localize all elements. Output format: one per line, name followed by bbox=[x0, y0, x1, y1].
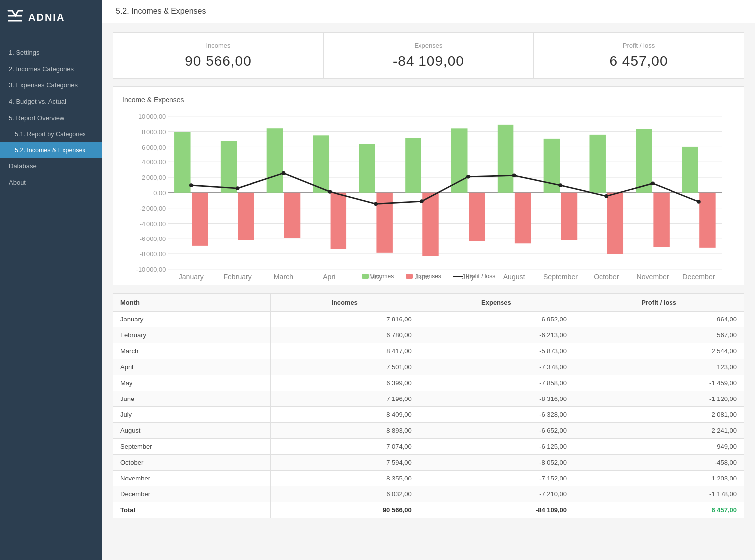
sidebar-navigation: 1. Settings2. Incomes Categories3. Expen… bbox=[0, 35, 102, 560]
cell-month: June bbox=[113, 391, 271, 407]
cell-month: February bbox=[113, 327, 271, 343]
table-row: July 8 409,00 -6 328,00 2 081,00 bbox=[113, 407, 744, 423]
cell-expense: -6 952,00 bbox=[419, 312, 574, 327]
table-row: May 6 399,00 -7 858,00 -1 459,00 bbox=[113, 375, 744, 391]
svg-point-53 bbox=[512, 173, 516, 177]
svg-point-57 bbox=[697, 200, 701, 204]
expenses-value: -84 109,00 bbox=[337, 53, 519, 69]
table-row: November 8 355,00 -7 152,00 1 203,00 bbox=[113, 471, 744, 486]
cell-month: March bbox=[113, 343, 271, 359]
cell-profit: 123,00 bbox=[574, 359, 744, 375]
cell-profit: -1 120,00 bbox=[574, 391, 744, 407]
cell-income: 8 409,00 bbox=[271, 407, 419, 423]
svg-text:July: July bbox=[462, 273, 475, 281]
table-row: April 7 501,00 -7 378,00 123,00 bbox=[113, 359, 744, 375]
cell-expense: -7 858,00 bbox=[419, 375, 574, 391]
sidebar-item-about[interactable]: About bbox=[0, 174, 102, 191]
logo-text: ADNIA bbox=[28, 12, 65, 23]
svg-text:January: January bbox=[179, 273, 204, 281]
svg-rect-42 bbox=[636, 129, 652, 193]
svg-point-54 bbox=[559, 183, 563, 187]
svg-rect-33 bbox=[422, 193, 438, 256]
cell-income: 7 074,00 bbox=[271, 439, 419, 455]
svg-point-47 bbox=[236, 186, 240, 190]
svg-rect-25 bbox=[238, 193, 254, 240]
cell-total-income: 90 566,00 bbox=[271, 502, 419, 518]
expenses-card: Expenses -84 109,00 bbox=[324, 33, 534, 78]
svg-text:0,00: 0,00 bbox=[153, 189, 166, 197]
col-expenses: Expenses bbox=[419, 294, 574, 312]
table-total-row: Total 90 566,00 -84 109,00 6 457,00 bbox=[113, 502, 744, 518]
svg-text:February: February bbox=[223, 273, 252, 281]
table-row: September 7 074,00 -6 125,00 949,00 bbox=[113, 439, 744, 455]
svg-text:-8 000,00: -8 000,00 bbox=[140, 250, 166, 258]
cell-month: September bbox=[113, 439, 271, 455]
svg-text:4 000,00: 4 000,00 bbox=[142, 159, 166, 166]
svg-rect-36 bbox=[498, 125, 513, 193]
cell-profit: -458,00 bbox=[574, 455, 744, 471]
svg-text:6 000,00: 6 000,00 bbox=[142, 144, 166, 151]
sidebar-item-incomes-categories[interactable]: 2. Incomes Categories bbox=[0, 61, 102, 77]
profit-label: Profit / loss bbox=[548, 42, 730, 49]
svg-rect-41 bbox=[607, 193, 623, 254]
sidebar-item-report-overview[interactable]: 5. Report Overview bbox=[0, 110, 102, 126]
sidebar-item-report-by-categories[interactable]: 5.1. Report by Categories bbox=[0, 126, 102, 142]
profit-card: Profit / loss 6 457,00 bbox=[534, 33, 744, 78]
cell-month: August bbox=[113, 423, 271, 439]
svg-text:October: October bbox=[594, 273, 619, 281]
svg-rect-45 bbox=[699, 193, 715, 248]
cell-income: 7 196,00 bbox=[271, 391, 419, 407]
incomes-value: 90 566,00 bbox=[127, 53, 309, 69]
table-row: August 8 893,00 -6 652,00 2 241,00 bbox=[113, 423, 744, 439]
svg-text:-6 000,00: -6 000,00 bbox=[140, 235, 166, 242]
table-row: June 7 196,00 -8 316,00 -1 120,00 bbox=[113, 391, 744, 407]
svg-text:May: May bbox=[369, 273, 383, 281]
cell-expense: -6 328,00 bbox=[419, 407, 574, 423]
svg-text:-2 000,00: -2 000,00 bbox=[140, 205, 166, 212]
svg-rect-37 bbox=[515, 193, 531, 243]
cell-profit: -1 459,00 bbox=[574, 375, 744, 391]
cell-month: April bbox=[113, 359, 271, 375]
svg-text:2 000,00: 2 000,00 bbox=[142, 174, 166, 181]
data-table: Month Incomes Expenses Profit / loss Jan… bbox=[113, 293, 744, 518]
cell-total-expense: -84 109,00 bbox=[419, 502, 574, 518]
svg-point-56 bbox=[651, 181, 655, 185]
svg-point-55 bbox=[604, 194, 608, 198]
sidebar-item-database[interactable]: Database bbox=[0, 158, 102, 174]
sidebar-item-settings[interactable]: 1. Settings bbox=[0, 44, 102, 61]
svg-text:December: December bbox=[682, 273, 715, 281]
col-month: Month bbox=[113, 294, 271, 312]
svg-text:-10 000,00: -10 000,00 bbox=[136, 266, 166, 273]
cell-month: May bbox=[113, 375, 271, 391]
svg-text:June: June bbox=[415, 273, 430, 281]
table-row: October 7 594,00 -8 052,00 -458,00 bbox=[113, 455, 744, 471]
table-row: March 8 417,00 -5 873,00 2 544,00 bbox=[113, 343, 744, 359]
table-row: January 7 916,00 -6 952,00 964,00 bbox=[113, 312, 744, 327]
svg-point-48 bbox=[282, 171, 286, 175]
cell-expense: -6 652,00 bbox=[419, 423, 574, 439]
chart-area: 10 000,008 000,006 000,004 000,002 000,0… bbox=[122, 110, 735, 269]
svg-text:10 000,00: 10 000,00 bbox=[138, 113, 166, 120]
col-profit: Profit / loss bbox=[574, 294, 744, 312]
cell-income: 8 355,00 bbox=[271, 471, 419, 486]
cell-expense: -7 152,00 bbox=[419, 471, 574, 486]
svg-point-46 bbox=[189, 183, 193, 187]
sidebar-item-budget-vs-actual[interactable]: 4. Budget vs. Actual bbox=[0, 93, 102, 110]
sidebar-item-expenses-categories[interactable]: 3. Expenses Categories bbox=[0, 77, 102, 93]
svg-rect-29 bbox=[331, 193, 346, 249]
cell-month: December bbox=[113, 486, 271, 502]
svg-rect-22 bbox=[174, 132, 190, 193]
profit-value: 6 457,00 bbox=[548, 53, 730, 69]
svg-text:August: August bbox=[503, 273, 525, 281]
svg-rect-31 bbox=[376, 193, 392, 253]
cell-profit: 949,00 bbox=[574, 439, 744, 455]
sidebar-item-incomes-expenses[interactable]: 5.2. Incomes & Expenses bbox=[0, 142, 102, 158]
svg-point-52 bbox=[466, 175, 470, 179]
cell-expense: -5 873,00 bbox=[419, 343, 574, 359]
cell-expense: -8 052,00 bbox=[419, 455, 574, 471]
svg-rect-35 bbox=[469, 193, 485, 241]
svg-rect-23 bbox=[192, 193, 208, 246]
svg-rect-39 bbox=[561, 193, 577, 240]
svg-rect-27 bbox=[284, 193, 300, 238]
cell-expense: -7 378,00 bbox=[419, 359, 574, 375]
